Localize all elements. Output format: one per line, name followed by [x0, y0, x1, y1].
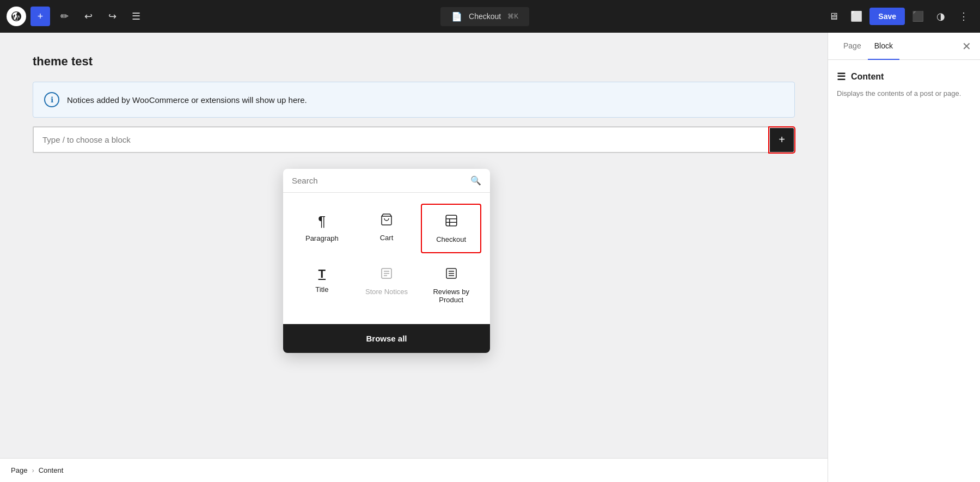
preview-button[interactable]: ⬜ [847, 7, 866, 26]
block-item-title[interactable]: T Title [292, 258, 352, 313]
block-item-cart[interactable]: Cart [357, 204, 417, 253]
cart-icon [380, 213, 393, 229]
add-block-button[interactable]: + [770, 128, 794, 152]
svg-rect-1 [446, 215, 457, 226]
document-icon: 📄 [451, 11, 462, 22]
info-icon: ℹ [44, 92, 59, 107]
block-type-input[interactable] [34, 127, 770, 152]
block-item-store-notices[interactable]: Store Notices [357, 258, 417, 313]
block-label-reviews-by-product: Reviews by Product [426, 288, 476, 304]
redo-button[interactable]: ↪ [102, 7, 122, 26]
browse-all-button[interactable]: Browse all [283, 324, 490, 353]
sidebar-toggle-button[interactable]: ⬛ [908, 7, 928, 26]
breadcrumb-content[interactable]: Content [39, 466, 64, 474]
page-title: Checkout [469, 12, 501, 21]
paragraph-icon: ¶ [318, 213, 326, 230]
search-icon: 🔍 [470, 175, 481, 186]
contrast-button[interactable]: ◑ [931, 7, 951, 26]
checkout-icon [444, 213, 458, 231]
edit-icon-button[interactable]: ✏ [54, 7, 74, 26]
sidebar-close-button[interactable]: ✕ [962, 33, 971, 59]
block-label-checkout: Checkout [436, 235, 466, 243]
notice-block: ℹ Notices added by WooCommerce or extens… [33, 82, 795, 118]
content-icon: ☰ [837, 71, 846, 83]
title-icon: T [318, 267, 326, 281]
sidebar-tabs: Page Block ✕ [828, 33, 980, 60]
block-grid: ¶ Paragraph Cart [283, 193, 490, 324]
block-label-paragraph: Paragraph [305, 234, 339, 242]
page-name: theme test [33, 54, 795, 69]
toolbar: + ✏ ↩ ↪ ☰ 📄 Checkout ⌘K 🖥 ⬜ Save ⬛ ◑ ⋮ [0, 0, 980, 33]
toolbar-center: 📄 Checkout ⌘K [150, 7, 819, 26]
toolbar-right: 🖥 ⬜ Save ⬛ ◑ ⋮ [824, 7, 973, 26]
sidebar-content: ☰ Content Displays the contents of a pos… [828, 60, 980, 110]
add-block-toolbar-button[interactable]: + [30, 7, 50, 26]
undo-button[interactable]: ↩ [78, 7, 98, 26]
breadcrumb: Page › Content [0, 458, 828, 482]
block-search-bar: 🔍 [283, 169, 490, 193]
block-item-checkout[interactable]: Checkout [421, 204, 481, 253]
main-layout: theme test ℹ Notices added by WooCommerc… [0, 33, 980, 482]
save-button[interactable]: Save [869, 8, 905, 25]
block-label-cart: Cart [380, 234, 394, 242]
breadcrumb-chevron: › [32, 466, 34, 474]
keyboard-shortcut: ⌘K [507, 13, 518, 20]
wp-logo [7, 7, 26, 26]
details-button[interactable]: ☰ [126, 7, 146, 26]
block-search-input[interactable] [292, 176, 466, 185]
reviews-by-product-icon [445, 267, 458, 283]
options-button[interactable]: ⋮ [954, 7, 973, 26]
sidebar-section-title: ☰ Content [837, 71, 971, 83]
tab-page[interactable]: Page [837, 33, 868, 60]
store-notices-icon [380, 267, 393, 283]
block-label-store-notices: Store Notices [365, 288, 408, 296]
block-item-paragraph[interactable]: ¶ Paragraph [292, 204, 352, 253]
block-picker-popup: 🔍 ¶ Paragraph Ca [283, 169, 490, 353]
page-title-bar: 📄 Checkout ⌘K [440, 7, 529, 26]
editor-area: theme test ℹ Notices added by WooCommerc… [0, 33, 828, 482]
desktop-view-button[interactable]: 🖥 [824, 7, 843, 26]
breadcrumb-page[interactable]: Page [11, 466, 27, 474]
block-item-reviews-by-product[interactable]: Reviews by Product [421, 258, 481, 313]
tab-block[interactable]: Block [868, 33, 899, 60]
notice-text: Notices added by WooCommerce or extensio… [67, 95, 307, 105]
sidebar-description: Displays the contents of a post or page. [837, 88, 971, 99]
sidebar-section-label: Content [851, 72, 884, 82]
type-block[interactable]: + [33, 126, 795, 153]
right-sidebar: Page Block ✕ ☰ Content Displays the cont… [828, 33, 980, 482]
block-label-title: Title [315, 285, 328, 294]
